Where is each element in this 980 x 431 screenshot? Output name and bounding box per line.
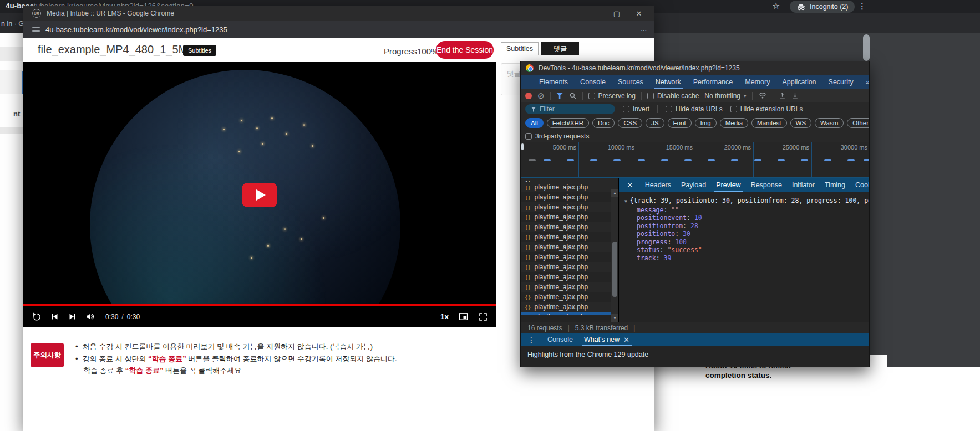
type-chip[interactable]: Wasm bbox=[815, 118, 844, 128]
drawer-tab[interactable]: What's new✕ bbox=[578, 333, 635, 346]
drawer-menu-icon[interactable]: ⋮ bbox=[521, 335, 542, 344]
request-list-panel: Name {} playtime_ajax.php {} playtime_aj… bbox=[521, 178, 619, 322]
type-chip[interactable]: Img bbox=[695, 118, 717, 128]
json-property: positionto: 30 bbox=[624, 230, 870, 238]
json-summary-line[interactable]: ▼{track: 39, positionto: 30, positionfro… bbox=[624, 197, 869, 206]
detail-tab[interactable]: Preview bbox=[711, 178, 745, 192]
request-row[interactable]: {} playtime_ajax.php bbox=[521, 282, 618, 292]
previous-icon[interactable] bbox=[49, 311, 60, 322]
request-row[interactable]: {} playtime_ajax.php bbox=[521, 312, 618, 315]
popup-titlebar[interactable]: UR Media | Intube :: UR LMS - Google Chr… bbox=[23, 6, 654, 21]
filter-input[interactable]: Filter bbox=[525, 104, 615, 114]
close-button[interactable]: ✕ bbox=[628, 6, 650, 21]
throttling-select[interactable]: No throttling▾ bbox=[704, 92, 746, 100]
close-detail-icon[interactable]: ✕ bbox=[619, 181, 640, 189]
type-chip[interactable]: Media bbox=[720, 118, 748, 128]
detail-tab[interactable]: Response bbox=[746, 178, 787, 192]
import-har-icon[interactable] bbox=[779, 92, 786, 99]
request-row[interactable]: {} playtime_ajax.php bbox=[521, 182, 618, 192]
type-chip[interactable]: Other bbox=[847, 118, 870, 128]
site-settings-icon[interactable] bbox=[32, 27, 40, 32]
request-row[interactable]: {} playtime_ajax.php bbox=[521, 302, 618, 312]
video-player[interactable] bbox=[23, 62, 496, 306]
request-type-chips: AllFetch/XHRDocCSSJSFontImgMediaManifest… bbox=[521, 116, 869, 130]
devtools-tab[interactable]: Elements bbox=[533, 75, 574, 89]
tab-comments[interactable]: 댓글 bbox=[541, 42, 579, 55]
record-icon[interactable] bbox=[525, 93, 532, 99]
checkbox-icon bbox=[623, 106, 629, 112]
request-list-scrollbar[interactable]: ▲ ▼ bbox=[611, 189, 618, 322]
filter-icon[interactable] bbox=[556, 93, 563, 99]
playback-speed[interactable]: 1x bbox=[440, 312, 449, 321]
minimize-button[interactable]: – bbox=[583, 6, 606, 21]
detail-tab[interactable]: Headers bbox=[640, 178, 676, 192]
fullscreen-icon[interactable] bbox=[478, 311, 489, 322]
scroll-down-icon[interactable]: ▼ bbox=[611, 314, 618, 322]
type-chip[interactable]: WS bbox=[790, 118, 812, 128]
request-row[interactable]: {} playtime_ajax.php bbox=[521, 232, 618, 242]
hide-data-urls-checkbox[interactable]: Hide data URLs bbox=[666, 105, 723, 113]
replay-icon[interactable] bbox=[31, 311, 42, 322]
detail-tab[interactable]: Payload bbox=[676, 178, 711, 192]
sidebar-block bbox=[0, 47, 23, 61]
type-chip[interactable]: JS bbox=[646, 118, 664, 128]
preserve-log-checkbox[interactable]: Preserve log bbox=[588, 92, 636, 100]
scroll-up-icon[interactable]: ▲ bbox=[611, 189, 618, 197]
browser-menu-icon[interactable]: ⋮ bbox=[858, 1, 866, 11]
drawer-tab[interactable]: Console✕ bbox=[542, 333, 578, 346]
search-icon[interactable] bbox=[569, 92, 577, 100]
play-button[interactable] bbox=[242, 183, 277, 207]
close-tab-icon[interactable]: ✕ bbox=[623, 336, 629, 344]
divider bbox=[657, 105, 658, 113]
type-chip[interactable]: Manifest bbox=[751, 118, 786, 128]
request-row[interactable]: {} playtime_ajax.php bbox=[521, 242, 618, 252]
devtools-tab[interactable]: Console bbox=[574, 75, 612, 89]
type-chip[interactable]: All bbox=[525, 118, 544, 128]
maximize-button[interactable]: ▢ bbox=[606, 6, 628, 21]
request-row[interactable]: {} playtime_ajax.php bbox=[521, 222, 618, 232]
devtools-tab[interactable]: » bbox=[860, 75, 870, 89]
request-row[interactable]: {} playtime_ajax.php bbox=[521, 262, 618, 272]
miniplayer-icon[interactable] bbox=[458, 311, 469, 322]
devtools-tab[interactable]: Memory bbox=[739, 75, 776, 89]
hide-extension-urls-checkbox[interactable]: Hide extension URLs bbox=[730, 105, 803, 113]
devtools-tab[interactable]: Security bbox=[822, 75, 860, 89]
detail-tab[interactable]: Initiator bbox=[787, 178, 820, 192]
devtools-tab[interactable]: Sources bbox=[612, 75, 649, 89]
tab-subtitles[interactable]: Subtitles bbox=[501, 42, 539, 55]
type-chip[interactable]: Font bbox=[668, 118, 692, 128]
bookmark-star-icon[interactable]: ☆ bbox=[772, 1, 780, 11]
page-scrollbar[interactable] bbox=[863, 34, 870, 61]
network-conditions-icon[interactable] bbox=[758, 92, 767, 99]
request-row[interactable]: {} playtime_ajax.php bbox=[521, 202, 618, 212]
volume-icon[interactable] bbox=[84, 311, 95, 322]
request-row[interactable]: {} playtime_ajax.php bbox=[521, 212, 618, 222]
end-session-button[interactable]: End the Session bbox=[436, 41, 494, 59]
third-party-checkbox[interactable]: 3rd-party requests bbox=[525, 132, 589, 140]
type-chip[interactable]: Fetch/XHR bbox=[547, 118, 589, 128]
request-row[interactable]: {} playtime_ajax.php bbox=[521, 292, 618, 302]
next-icon[interactable] bbox=[67, 311, 78, 322]
request-row[interactable]: {} playtime_ajax.php bbox=[521, 252, 618, 262]
expander-icon[interactable]: ▼ bbox=[624, 199, 627, 204]
incognito-badge[interactable]: Incognito (2) bbox=[790, 1, 855, 13]
network-overview-timeline[interactable]: 5000 ms10000 ms15000 ms20000 ms25000 ms3… bbox=[521, 142, 869, 178]
background-text-nt: nt bbox=[13, 110, 20, 118]
devtools-titlebar[interactable]: DevTools - 4u-base.tubelearn.kr/mod/vod/… bbox=[521, 61, 869, 75]
devtools-tab[interactable]: Application bbox=[776, 75, 822, 89]
type-chip[interactable]: Doc bbox=[592, 118, 615, 128]
invert-checkbox[interactable]: Invert bbox=[623, 105, 649, 113]
popup-urlbar[interactable]: 4u-base.tubelearn.kr/mod/vod/viewer/inde… bbox=[23, 21, 654, 38]
detail-tab[interactable]: Timing bbox=[820, 178, 850, 192]
clear-icon[interactable]: ⊘ bbox=[537, 91, 545, 100]
request-row[interactable]: {} playtime_ajax.php bbox=[521, 192, 618, 202]
detail-tab[interactable]: Cookies bbox=[850, 178, 870, 192]
request-row[interactable]: {} playtime_ajax.php bbox=[521, 272, 618, 282]
devtools-tab[interactable]: Performance bbox=[687, 75, 739, 89]
timeline-handle[interactable] bbox=[521, 143, 524, 150]
type-chip[interactable]: CSS bbox=[618, 118, 642, 128]
devtools-tab[interactable]: Network bbox=[649, 75, 687, 89]
export-har-icon[interactable] bbox=[791, 92, 799, 99]
disable-cache-checkbox[interactable]: Disable cache bbox=[647, 92, 699, 100]
scrollbar-thumb[interactable] bbox=[612, 242, 617, 297]
